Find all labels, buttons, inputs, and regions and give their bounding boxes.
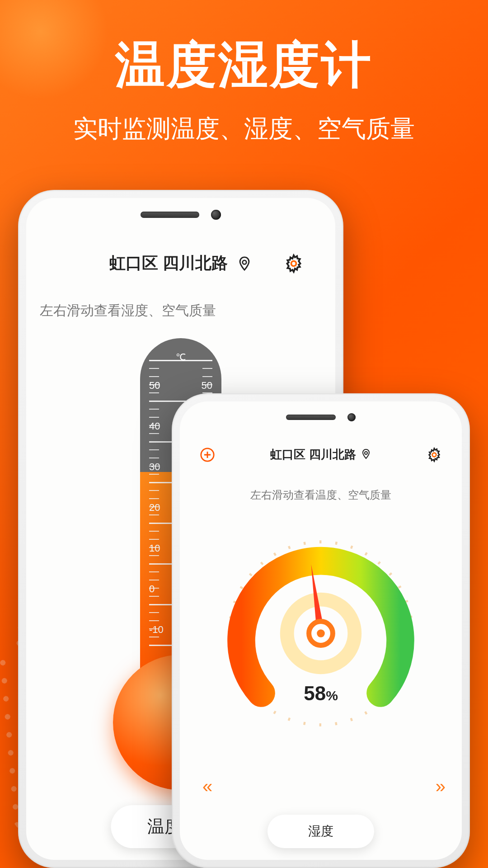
phone2-top-bar: 虹口区 四川北路 (180, 401, 462, 462)
percent-symbol: % (326, 688, 338, 703)
phone2-screen: 虹口区 四川北路 左右滑动查看温度、空气质量 (180, 401, 462, 860)
chevron-left-icon[interactable]: « (202, 776, 206, 797)
location-pin-icon[interactable] (237, 256, 252, 271)
svg-point-1 (291, 261, 296, 266)
front-camera (347, 413, 356, 421)
add-location-icon[interactable] (200, 447, 215, 462)
phone1-top-bar: 虹口区 四川北路 (26, 198, 335, 274)
phone2-hardware (286, 413, 356, 421)
settings-gear-icon[interactable] (284, 254, 304, 274)
svg-point-11 (317, 629, 325, 637)
location-label[interactable]: 虹口区 四川北路 (109, 252, 228, 274)
svg-point-5 (365, 452, 367, 454)
headline-subtitle: 实时监测温度、湿度、空气质量 (0, 113, 488, 146)
humidity-value: 58% (304, 682, 338, 705)
svg-point-6 (432, 453, 436, 457)
swipe-arrows: « » (180, 776, 462, 797)
location-center[interactable]: 虹口区 四川北路 (270, 447, 371, 462)
location-label: 虹口区 四川北路 (270, 447, 356, 462)
settings-gear-icon[interactable] (427, 447, 442, 462)
swipe-hint: 左右滑动查看温度、空气质量 (180, 488, 462, 502)
location-pin-icon (361, 448, 371, 461)
swipe-hint: 左右滑动查看湿度、空气质量 (26, 274, 335, 320)
humidity-number: 58 (304, 682, 326, 704)
svg-point-0 (243, 260, 247, 264)
chevron-right-icon[interactable]: » (436, 776, 439, 797)
humidity-gauge[interactable]: 58% (221, 534, 420, 733)
phone-mock-humidity: 虹口区 四川北路 左右滑动查看温度、空气质量 (172, 393, 470, 868)
humidity-chip[interactable]: 湿度 (267, 815, 374, 848)
speaker-grill (286, 415, 336, 420)
